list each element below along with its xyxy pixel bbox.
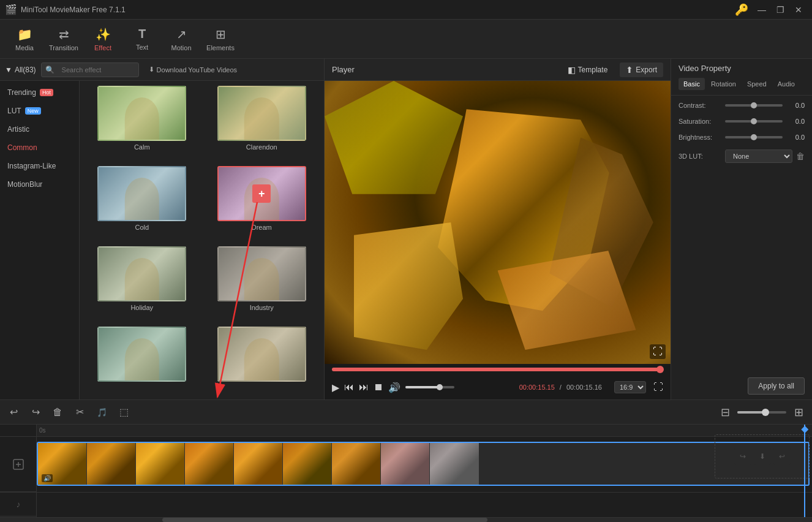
- tab-speed[interactable]: Speed: [742, 78, 772, 90]
- download-youtube-button[interactable]: ⬇ Download YouTube Videos: [149, 66, 238, 74]
- sidebar-item-common[interactable]: Common: [0, 138, 79, 157]
- add-dream-button[interactable]: +: [252, 184, 271, 203]
- fullscreen-button[interactable]: ⛶: [653, 382, 663, 393]
- toolbar-elements-label: Elements: [206, 44, 235, 51]
- lut-select[interactable]: None: [725, 149, 792, 163]
- all-effects-badge[interactable]: ▼ All(83): [5, 66, 36, 74]
- sidebar-item-motionblur[interactable]: MotionBlur: [0, 175, 79, 194]
- redo-button[interactable]: ↪: [27, 404, 44, 421]
- effect-b2[interactable]: [205, 327, 320, 395]
- stop-button[interactable]: ⏹: [374, 382, 383, 393]
- effect-dream[interactable]: + Dream: [205, 166, 320, 241]
- progress-thumb[interactable]: [656, 366, 664, 373]
- zoom-out-button[interactable]: ⊟: [716, 404, 734, 421]
- volume-slider[interactable]: [405, 386, 454, 388]
- saturation-slider[interactable]: [725, 120, 783, 123]
- win-controls: — ❐ ✕: [753, 4, 807, 16]
- effect-thumb-industry[interactable]: [217, 246, 306, 301]
- scrollbar-thumb[interactable]: [162, 518, 487, 522]
- contrast-thumb[interactable]: [751, 102, 757, 108]
- effect-holiday[interactable]: Holiday: [85, 246, 200, 322]
- video-clip[interactable]: 🔊: [37, 442, 810, 486]
- zoom-in-button[interactable]: ⊞: [790, 404, 807, 421]
- effect-calm[interactable]: Calm: [85, 86, 200, 161]
- tab-basic[interactable]: Basic: [679, 78, 705, 90]
- sidebar-item-artistic[interactable]: Artistic: [0, 120, 79, 138]
- key-icon[interactable]: 🔑: [735, 3, 748, 17]
- app-title: MiniTool MovieMaker Free 7.1.1: [21, 6, 735, 14]
- toolbar: 📁 Media ⇄ Transition ✨ Effect T Text ↗ M…: [0, 20, 812, 59]
- saturation-value: 0.0: [786, 118, 805, 125]
- lut-delete-button[interactable]: 🗑: [796, 151, 805, 161]
- video-frame-9: [430, 443, 479, 485]
- player-controls: ▶ ⏮ ⏭ ⏹ 🔊 00:00:15.15 / 00:00:15.16 16:9…: [325, 375, 671, 399]
- play-button[interactable]: ▶: [332, 382, 339, 393]
- next-frame-button[interactable]: ⏭: [359, 382, 369, 393]
- effect-thumb-cold[interactable]: [97, 166, 186, 221]
- effect-industry[interactable]: Industry: [205, 246, 320, 322]
- split-button[interactable]: ✂: [71, 404, 88, 421]
- template-button[interactable]: ◧ Template: [568, 65, 608, 75]
- toolbar-text[interactable]: T Text: [122, 22, 162, 56]
- sidebar-item-lut[interactable]: LUT New: [0, 102, 79, 120]
- progress-bar[interactable]: [332, 368, 663, 371]
- volume-thumb[interactable]: [437, 384, 443, 390]
- effect-clarendon[interactable]: Clarendon: [205, 86, 320, 161]
- effect-b1[interactable]: [85, 327, 200, 395]
- motion-icon: ↗: [176, 27, 187, 42]
- toolbar-motion[interactable]: ↗ Motion: [162, 22, 201, 56]
- crop-button[interactable]: ⬚: [115, 404, 132, 421]
- add-media-icon[interactable]: [0, 437, 37, 492]
- toolbar-effect[interactable]: ✨ Effect: [83, 22, 122, 56]
- time-total: 00:00:15.16: [566, 384, 602, 391]
- expand-button[interactable]: ⛶: [650, 344, 666, 359]
- volume-fill: [405, 386, 440, 388]
- volume-button[interactable]: 🔊: [388, 382, 400, 393]
- effect-thumb-b1[interactable]: [97, 327, 186, 382]
- toolbar-effect-label: Effect: [94, 44, 111, 51]
- toolbar-elements[interactable]: ⊞ Elements: [201, 22, 240, 56]
- sidebar-item-instagram[interactable]: Instagram-Like: [0, 157, 79, 175]
- effect-thumb-clarendon[interactable]: [217, 86, 306, 141]
- prev-frame-button[interactable]: ⏮: [344, 382, 354, 393]
- effect-thumb-b2[interactable]: [217, 327, 306, 382]
- contrast-slider[interactable]: [725, 104, 783, 107]
- dream-add-overlay: +: [219, 167, 305, 220]
- timeline-toolbar: ↩ ↪ 🗑 ✂ 🎵 ⬚ ⊟ ⊞: [0, 400, 812, 425]
- zoom-thumb[interactable]: [762, 409, 769, 416]
- apply-all-button[interactable]: Apply to all: [748, 377, 805, 395]
- transition-icon: ⇄: [59, 27, 69, 42]
- video-frame-3: [136, 443, 185, 485]
- app-icon: 🎬: [5, 4, 17, 15]
- effect-label-calm: Calm: [134, 143, 150, 151]
- delete-button[interactable]: 🗑: [49, 404, 66, 421]
- tab-audio[interactable]: Audio: [773, 78, 800, 90]
- search-input[interactable]: [57, 64, 130, 75]
- aspect-ratio-select[interactable]: 16:9 9:16 1:1 4:3: [614, 381, 646, 393]
- zoom-slider[interactable]: [737, 411, 786, 414]
- toolbar-transition[interactable]: ⇄ Transition: [44, 22, 83, 56]
- restore-button[interactable]: ❐: [772, 4, 789, 16]
- effect-thumb-calm[interactable]: [97, 86, 186, 141]
- brightness-slider[interactable]: [725, 136, 783, 138]
- effect-cold[interactable]: Cold: [85, 166, 200, 241]
- transition-slot-1[interactable]: ↪ ⬇ ↩: [715, 434, 810, 478]
- sidebar-trending-label: Trending: [7, 88, 36, 97]
- minimize-button[interactable]: —: [753, 4, 770, 16]
- export-button[interactable]: ⬆ Export: [620, 62, 663, 77]
- player-header: Player ◧ Template ⬆ Export: [325, 59, 671, 81]
- toolbar-media[interactable]: 📁 Media: [5, 22, 44, 56]
- effect-thumb-dream[interactable]: +: [217, 166, 306, 221]
- saturation-thumb[interactable]: [751, 118, 757, 124]
- playhead[interactable]: 15.6s: [804, 425, 805, 517]
- undo-button[interactable]: ↩: [5, 404, 22, 421]
- tab-rotation[interactable]: Rotation: [706, 78, 741, 90]
- sidebar-item-trending[interactable]: Trending Hot: [0, 83, 79, 102]
- elements-icon: ⊞: [216, 27, 226, 42]
- effect-thumb-holiday[interactable]: [97, 246, 186, 301]
- horizontal-scrollbar[interactable]: [0, 517, 812, 522]
- toolbar-motion-label: Motion: [171, 44, 191, 51]
- audio-button[interactable]: 🎵: [93, 404, 110, 421]
- close-button[interactable]: ✕: [790, 4, 807, 16]
- brightness-thumb[interactable]: [751, 134, 757, 140]
